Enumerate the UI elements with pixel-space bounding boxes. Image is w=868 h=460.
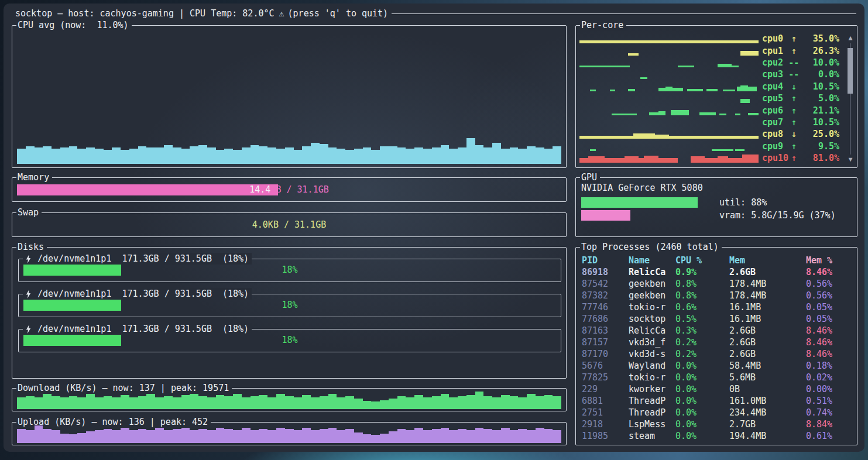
- process-cpu: 0.8%: [675, 290, 729, 301]
- process-mem: 234.4MB: [729, 407, 806, 418]
- process-mem-pct: 0.61%: [806, 430, 853, 442]
- process-row: 87163 RelicCa 0.3% 2.6GB 8.46%: [582, 325, 853, 337]
- process-row: 87170 vkd3d-s 0.2% 2.6GB 8.46%: [582, 348, 853, 360]
- core-value: 25.0%: [799, 128, 839, 140]
- process-mem: 16.1MB: [729, 301, 806, 313]
- core-name: cpu4: [762, 81, 788, 92]
- disk-gauge-label: 18%: [23, 300, 556, 311]
- col-header-mem-pct: Mem %: [806, 255, 853, 266]
- process-name: tokio-r: [629, 301, 675, 313]
- process-pid: 87163: [582, 325, 629, 337]
- process-pid: 86918: [582, 266, 629, 278]
- disk-device: /dev/nvme1n1p1: [37, 323, 111, 335]
- core-name: cpu6: [762, 105, 788, 116]
- process-row: 87157 vkd3d_f 0.2% 2.6GB 8.46%: [582, 337, 853, 348]
- scroll-up-icon[interactable]: ▲: [846, 34, 855, 42]
- process-name: Wayland: [629, 360, 675, 372]
- process-name: RelicCa: [629, 325, 675, 337]
- per-core-panel: Per-core cpu0 ↑ 35.0% cpu1 ↑ 26.3% cpu2 …: [575, 25, 857, 168]
- gpu-util-fill: [581, 197, 698, 208]
- disk-item-title: /dev/nvme1n1p1171.3GB / 931.5GB(18%): [23, 253, 252, 265]
- process-cpu: 0.9%: [675, 266, 729, 278]
- core-row: cpu4 ↓ 10.5%: [579, 80, 839, 92]
- cpu-avg-panel: CPU avg (now: 11.0%): [12, 25, 567, 168]
- core-trend-icon: --: [788, 57, 799, 68]
- core-value: 26.3%: [799, 45, 839, 57]
- core-sparkline: [579, 68, 759, 80]
- core-label: cpu5 ↑ 5.0%: [762, 92, 839, 104]
- core-trend-icon: ↑: [788, 45, 799, 57]
- process-pid: 87170: [582, 348, 629, 360]
- core-label: cpu6 ↑ 21.1%: [762, 105, 839, 116]
- warning-icon: ⚠: [279, 8, 284, 19]
- process-mem: 16.1MB: [729, 313, 806, 325]
- process-mem: 5.6MB: [729, 372, 806, 383]
- core-sparkline: [579, 152, 759, 164]
- core-row: cpu5 ↑ 5.0%: [579, 92, 839, 104]
- process-mem-pct: 0.05%: [806, 313, 853, 325]
- process-pid: 77686: [582, 313, 629, 325]
- memory-panel-title: Memory: [16, 171, 52, 183]
- core-sparkline: [579, 128, 759, 140]
- process-name: steam: [629, 430, 675, 442]
- process-table-header: PID Name CPU % Mem Mem %: [582, 255, 853, 266]
- process-mem-pct: 8.46%: [806, 337, 853, 348]
- core-row: cpu0 ↑ 35.0%: [579, 33, 839, 44]
- upload-history-chart: [17, 425, 561, 443]
- core-name: cpu7: [762, 116, 788, 128]
- process-mem: 2.6GB: [729, 266, 806, 278]
- core-row: cpu10 ↑ 81.0%: [579, 152, 839, 164]
- core-value: 5.0%: [799, 92, 839, 104]
- process-cpu: 0.0%: [675, 407, 729, 418]
- core-trend-icon: ↑: [788, 116, 799, 128]
- core-label: cpu9 ↑ 9.5%: [762, 140, 839, 152]
- core-label: cpu10 ↑ 81.0%: [762, 152, 839, 164]
- process-cpu: 0.8%: [675, 278, 729, 290]
- core-row: cpu8 ↓ 25.0%: [579, 128, 839, 140]
- process-name: vkd3d_f: [629, 337, 675, 348]
- core-sparkline: [579, 33, 759, 44]
- process-mem: 178.4MB: [729, 278, 806, 290]
- per-core-scrollbar[interactable]: ▲ ▼: [846, 34, 855, 164]
- flash-icon: [25, 325, 32, 334]
- disk-item-title: /dev/nvme1n1p1171.3GB / 931.5GB(18%): [23, 323, 252, 335]
- process-row: 86918 RelicCa 0.9% 2.6GB 8.46%: [582, 266, 853, 278]
- core-name: cpu10: [762, 152, 788, 164]
- core-label: cpu4 ↓ 10.5%: [762, 81, 839, 92]
- process-pid: 87542: [582, 278, 629, 290]
- process-cpu: 0.6%: [675, 301, 729, 313]
- process-cpu: 0.0%: [675, 395, 729, 407]
- core-name: cpu5: [762, 92, 788, 104]
- process-row: 2918 LspMess 0.0% 2.7GB 8.84%: [582, 418, 853, 430]
- core-trend-icon: --: [788, 68, 799, 80]
- per-core-panel-title: Per-core: [580, 19, 626, 31]
- gpu-util-gauge: [581, 197, 713, 208]
- process-name: socktop: [629, 313, 675, 325]
- core-value: 10.0%: [799, 57, 839, 68]
- scrollbar-thumb[interactable]: [848, 48, 853, 94]
- process-mem: 2.6GB: [729, 325, 806, 337]
- core-value: 35.0%: [799, 33, 839, 44]
- core-trend-icon: ↓: [788, 81, 799, 92]
- process-name: LspMess: [629, 418, 675, 430]
- process-name: geekben: [629, 278, 675, 290]
- process-cpu: 0.3%: [675, 325, 729, 337]
- upload-panel: Upload (KB/s) — now: 136 | peak: 452: [12, 422, 567, 445]
- gpu-vram-label: vram: 5.8G/15.9G (37%): [719, 210, 836, 221]
- process-name: kworker: [629, 383, 675, 395]
- disk-usage-pct: (18%): [222, 253, 249, 265]
- core-label: cpu8 ↓ 25.0%: [762, 128, 839, 140]
- process-pid: 2751: [582, 407, 629, 418]
- core-name: cpu0: [762, 33, 788, 44]
- title-rule: [392, 13, 856, 14]
- swap-gauge-label: 4.0KB / 31.1GB: [17, 219, 561, 231]
- core-row: cpu1 ↑ 26.3%: [579, 44, 839, 56]
- process-rows: 86918 RelicCa 0.9% 2.6GB 8.46% 87542 gee…: [582, 266, 853, 442]
- process-cpu: 0.0%: [675, 418, 729, 430]
- core-name: cpu3: [762, 68, 788, 80]
- process-cpu: 0.0%: [675, 360, 729, 372]
- process-pid: 2918: [582, 418, 629, 430]
- scroll-down-icon[interactable]: ▼: [846, 156, 855, 164]
- swap-gauge: 4.0KB / 31.1GB: [17, 219, 561, 231]
- core-row: cpu6 ↑ 21.1%: [579, 104, 839, 116]
